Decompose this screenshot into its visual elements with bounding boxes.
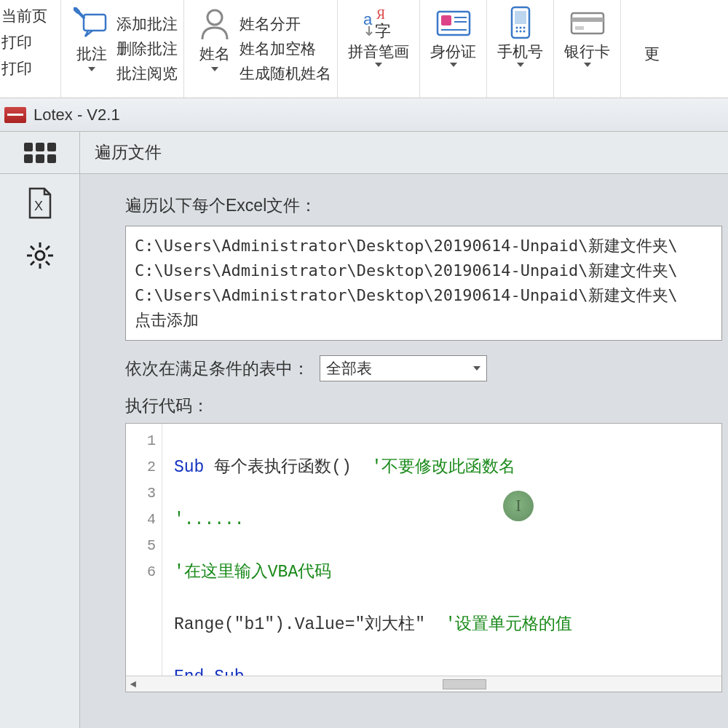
text-cursor-icon: I: [503, 491, 534, 521]
ribbon-item[interactable]: 添加批注: [116, 12, 178, 36]
ribbon-group-name: 姓名 姓名分开 姓名加空格 生成随机姓名: [184, 0, 338, 98]
name-sub: 姓名分开 姓名加空格 生成随机姓名: [240, 3, 331, 95]
svg-point-12: [515, 27, 518, 29]
line-gutter: 1 2 3 4 5 6: [126, 424, 162, 676]
svg-point-15: [515, 31, 518, 33]
name-button[interactable]: 姓名: [190, 3, 240, 95]
scroll-left-icon[interactable]: ◄: [126, 678, 141, 690]
settings-button[interactable]: [24, 240, 56, 272]
ribbon-item[interactable]: 姓名分开: [240, 12, 301, 36]
ribbon-group-phone: 手机号: [487, 0, 554, 98]
svg-rect-6: [441, 15, 451, 25]
svg-rect-11: [515, 11, 526, 24]
ribbon-item[interactable]: 当前页: [1, 3, 47, 29]
tab-header: 遍历文件: [0, 132, 728, 174]
sheet-select[interactable]: 全部表: [320, 355, 487, 381]
svg-rect-18: [571, 13, 604, 33]
dropdown-icon: [584, 63, 591, 67]
gear-icon: [25, 241, 55, 270]
bank-card-icon: [567, 4, 608, 42]
ribbon-group-id: 身份证: [420, 0, 487, 98]
horizontal-scrollbar[interactable]: ◄: [126, 676, 721, 692]
more-button[interactable]: 更: [627, 3, 676, 66]
dropdown-icon: [517, 63, 524, 67]
window-title: Lotex - V2.1: [33, 106, 120, 124]
main-panel: 遍历以下每个Excel文件： C:\Users\Administrator\De…: [80, 174, 728, 728]
condition-label: 依次在满足条件的表中：: [125, 357, 309, 380]
svg-point-17: [523, 31, 525, 33]
svg-rect-20: [575, 26, 584, 30]
svg-point-16: [519, 31, 521, 33]
file-path[interactable]: C:\Users\Administrator\Desktop\20190614-…: [135, 234, 713, 258]
dropdown-icon: [450, 63, 457, 67]
ribbon-item[interactable]: 生成随机姓名: [240, 61, 331, 86]
sidebar: X: [0, 174, 80, 728]
select-value: 全部表: [326, 358, 372, 379]
svg-text:X: X: [34, 199, 43, 213]
phone-button[interactable]: 手机号: [493, 3, 547, 68]
grid-view-button[interactable]: [0, 132, 80, 173]
ribbon-group-page: 当前页 打印 打印: [0, 0, 61, 98]
grid-icon: [24, 143, 56, 163]
annotation-button[interactable]: 批注: [67, 3, 116, 95]
pinyin-icon: a Я 字: [358, 4, 399, 42]
file-path[interactable]: C:\Users\Administrator\Desktop\20190614-…: [135, 283, 713, 308]
svg-text:a: a: [363, 10, 373, 28]
ribbon-item[interactable]: 打印: [1, 29, 32, 55]
ribbon-group-annotation: 批注 添加批注 删除批注 批注阅览: [61, 0, 184, 98]
ribbon-group-bank: 银行卡: [554, 0, 621, 98]
tab-title: 遍历文件: [80, 141, 162, 164]
id-card-icon: [433, 4, 474, 42]
body: X 遍历以下每个Excel文件： C:\Users\Administrator\…: [0, 174, 728, 728]
ribbon-group-more: 更: [621, 0, 682, 98]
annotation-sub: 添加批注 删除批注 批注阅览: [116, 3, 178, 95]
excel-file-button[interactable]: X: [24, 187, 56, 219]
svg-point-14: [523, 27, 525, 29]
svg-point-13: [519, 27, 521, 29]
scroll-track[interactable]: [141, 679, 721, 689]
annotation-icon: [71, 4, 112, 42]
file-path[interactable]: C:\Users\Administrator\Desktop\20190614-…: [135, 258, 713, 283]
ribbon-group-pinyin: a Я 字 拼音笔画: [338, 0, 420, 98]
svg-text:Я: Я: [376, 7, 385, 22]
files-label: 遍历以下每个Excel文件：: [125, 194, 728, 217]
chevron-down-icon: [473, 366, 480, 371]
svg-line-28: [46, 261, 50, 265]
code-editor[interactable]: 1 2 3 4 5 6 Sub 每个表执行函数() '不要修改此函数名 '...…: [125, 423, 722, 692]
dropdown-icon: [375, 63, 382, 67]
svg-line-29: [46, 246, 50, 250]
svg-point-1: [207, 10, 222, 25]
svg-line-30: [31, 261, 34, 265]
file-list-box[interactable]: C:\Users\Administrator\Desktop\20190614-…: [125, 226, 722, 341]
ribbon-item[interactable]: 姓名加空格: [240, 36, 316, 61]
svg-point-22: [36, 251, 44, 260]
code-content[interactable]: Sub 每个表执行函数() '不要修改此函数名 '...... '在这里输入VB…: [162, 424, 572, 676]
code-label: 执行代码：: [125, 395, 728, 417]
svg-line-27: [31, 246, 34, 250]
id-button[interactable]: 身份证: [426, 3, 480, 68]
add-file-hint[interactable]: 点击添加: [135, 308, 713, 333]
ribbon-toolbar: 当前页 打印 打印 批注 添加批注 删除批注 批注阅: [0, 0, 728, 98]
scroll-thumb[interactable]: [443, 679, 486, 689]
ribbon-item[interactable]: 打印: [1, 55, 32, 82]
svg-text:字: 字: [375, 22, 391, 40]
ribbon-item[interactable]: 删除批注: [116, 36, 178, 61]
pinyin-button[interactable]: a Я 字 拼音笔画: [344, 3, 414, 68]
dropdown-icon: [88, 67, 95, 71]
phone-icon: [500, 4, 541, 42]
dropdown-icon: [211, 67, 218, 71]
window-titlebar: Lotex - V2.1: [0, 98, 728, 132]
app-icon: [4, 107, 26, 123]
ribbon-item[interactable]: 批注阅览: [116, 61, 178, 86]
svg-rect-19: [571, 17, 604, 22]
bank-button[interactable]: 银行卡: [560, 3, 614, 68]
svg-rect-0: [84, 15, 106, 31]
excel-file-icon: X: [25, 187, 55, 219]
person-icon: [194, 4, 235, 42]
